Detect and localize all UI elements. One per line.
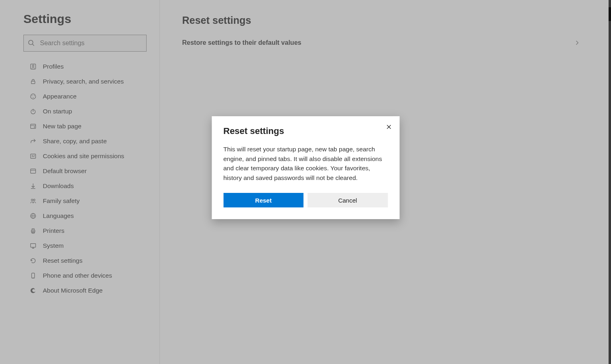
reset-settings-dialog: Reset settings This will reset your star…	[212, 116, 399, 219]
close-icon	[386, 124, 392, 130]
dialog-close-button[interactable]	[384, 122, 394, 132]
reset-button[interactable]: Reset	[223, 193, 304, 207]
cancel-button[interactable]: Cancel	[308, 193, 388, 207]
dialog-button-row: Reset Cancel	[223, 193, 388, 207]
dialog-title: Reset settings	[223, 126, 388, 136]
dialog-body: This will reset your startup page, new t…	[223, 144, 388, 182]
